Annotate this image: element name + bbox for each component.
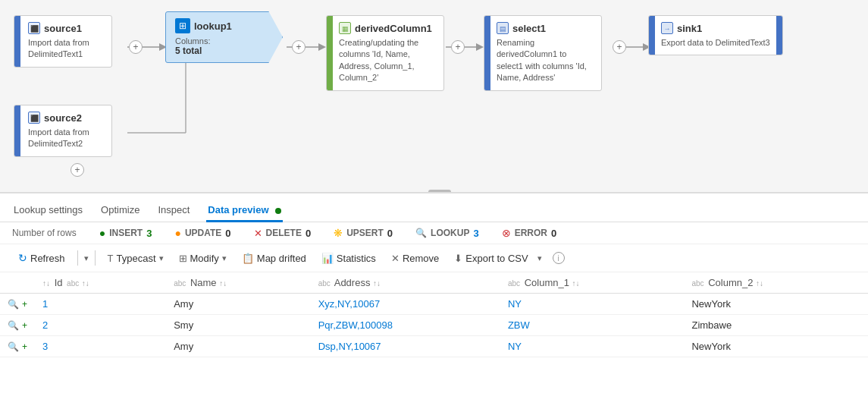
row2-id: 2 xyxy=(35,315,166,336)
toolbar: ↻ Refresh ▾ T Typecast ▾ ⊞ Modify ▾ 📋 Ma… xyxy=(0,244,868,272)
col-column2-header[interactable]: abc Column_2 ↑↓ xyxy=(684,272,868,294)
add-after-source1[interactable]: + xyxy=(129,40,143,54)
modify-chevron: ▾ xyxy=(222,253,227,263)
error-label: ERROR xyxy=(515,228,547,238)
tab-lookup-settings[interactable]: Lookup settings xyxy=(12,200,84,222)
row1-col1: NY xyxy=(500,294,685,315)
modify-label: Modify xyxy=(190,253,219,264)
remove-icon: ✕ xyxy=(391,253,400,264)
stat-insert: ● INSERT 3 xyxy=(99,227,152,239)
source2-icon: ⬛ xyxy=(28,112,40,124)
lookup1-node[interactable]: ⊞ lookup1 Columns: 5 total xyxy=(165,11,283,63)
typecast-button[interactable]: T Typecast ▾ xyxy=(102,250,170,267)
error-icon: ⊗ xyxy=(502,227,511,239)
row1-search-icon[interactable]: 🔍 xyxy=(8,299,19,310)
map-drifted-button[interactable]: 📋 Map drifted xyxy=(236,250,312,267)
col2-sort-icon[interactable]: ↑↓ xyxy=(756,279,763,288)
derived-icon: ▦ xyxy=(339,22,351,34)
source1-subtitle: Import data fromDelimitedText1 xyxy=(28,37,89,61)
select-content: ▤ select1 Renaming derivedColumn1 to sel… xyxy=(490,16,601,90)
update-value: 0 xyxy=(225,228,230,239)
tab-data-preview-label: Data preview xyxy=(208,204,268,215)
address-sort-icon[interactable]: ↑↓ xyxy=(373,279,381,288)
name-sort-icon[interactable]: ↑↓ xyxy=(219,279,227,288)
separator-2 xyxy=(95,250,96,266)
rows-label: Number of rows xyxy=(12,228,77,238)
id-sort-icon[interactable]: ↑↓ xyxy=(82,279,89,288)
stats-row: Number of rows ● INSERT 3 ● UPDATE 0 ✕ D… xyxy=(0,222,868,244)
source1-content: ⬛ source1 Import data fromDelimitedText1 xyxy=(20,16,97,67)
derived-title: derivedColumn1 xyxy=(355,23,432,34)
add-after-lookup1[interactable]: + xyxy=(292,40,306,54)
insert-label: INSERT xyxy=(109,228,143,238)
update-dot: ● xyxy=(174,227,180,239)
sink-subtitle: Export data to DelimitedText3 xyxy=(661,37,770,49)
col-address-header[interactable]: abc Address ↑↓ xyxy=(311,272,500,294)
sink1-node[interactable]: → sink1 Export data to DelimitedText3 xyxy=(648,15,783,55)
derivedColumn1-node[interactable]: ▦ derivedColumn1 Creating/updating the c… xyxy=(326,15,444,91)
row2-col1: ZBW xyxy=(500,315,685,336)
row1-address: Xyz,NY,10067 xyxy=(311,294,500,315)
col2-type-label: abc xyxy=(691,279,703,288)
table-row: 🔍 + 1 Amy Xyz,NY,10067 NY NewYork xyxy=(0,294,868,315)
source1-sidebar xyxy=(14,16,20,67)
upsert-dot: ❋ xyxy=(334,227,343,239)
lookup1-title: lookup1 xyxy=(194,20,232,32)
tabs-bar: Lookup settings Optimize Inspect Data pr… xyxy=(0,193,868,222)
table-header-row: ↑↓ Id abc ↑↓ abc Name ↑↓ abc Address ↑↓ … xyxy=(0,272,868,294)
col-name-header[interactable]: abc Name ↑↓ xyxy=(166,272,311,294)
row3-add-icon[interactable]: + xyxy=(22,341,27,352)
export-chevron-icon[interactable]: ▾ xyxy=(537,253,542,263)
refresh-chevron-icon[interactable]: ▾ xyxy=(84,253,89,263)
typecast-chevron: ▾ xyxy=(159,253,164,263)
col1-sort-icon[interactable]: ↑↓ xyxy=(572,279,580,288)
select1-node[interactable]: ▤ select1 Renaming derivedColumn1 to sel… xyxy=(484,15,602,91)
update-label: UPDATE xyxy=(185,228,221,238)
source1-title: source1 xyxy=(44,23,82,34)
lookup-label: LOOKUP xyxy=(431,228,469,238)
upsert-value: 0 xyxy=(387,228,393,239)
lookup-value: 3 xyxy=(473,228,478,239)
source1-icon: ⬛ xyxy=(28,22,40,34)
upsert-label: UPSERT xyxy=(346,228,384,238)
modify-button[interactable]: ⊞ Modify ▾ xyxy=(173,250,233,267)
collapse-handle[interactable] xyxy=(428,190,451,193)
add-below-source2[interactable]: + xyxy=(71,163,84,177)
delete-label: DELETE xyxy=(266,228,302,238)
statistics-button[interactable]: 📊 Statistics xyxy=(315,250,382,267)
col-id-header[interactable]: ↑↓ Id abc ↑↓ xyxy=(35,272,166,294)
stat-rows: Number of rows xyxy=(12,228,77,238)
add-after-select[interactable]: + xyxy=(613,40,626,54)
lookup1-columns-value: 5 total xyxy=(175,46,255,56)
col-column1-header[interactable]: abc Column_1 ↑↓ xyxy=(500,272,685,294)
data-preview-status-dot xyxy=(275,208,281,214)
id-col-label: Id xyxy=(55,277,63,288)
source2-node[interactable]: ⬛ source2 Import data fromDelimitedText2 xyxy=(14,105,112,157)
tab-data-preview[interactable]: Data preview xyxy=(206,200,283,222)
id-type-label: abc xyxy=(67,279,79,288)
source1-node[interactable]: ⬛ source1 Import data fromDelimitedText1 xyxy=(14,15,112,68)
col2-col-label: Column_2 xyxy=(708,277,753,288)
source2-title: source2 xyxy=(44,112,82,124)
row3-search-icon[interactable]: 🔍 xyxy=(8,341,19,352)
info-icon[interactable]: i xyxy=(553,252,565,264)
row2-add-icon[interactable]: + xyxy=(22,320,27,331)
col1-col-label: Column_1 xyxy=(525,277,569,288)
row2-actions: 🔍 + xyxy=(0,315,35,336)
export-csv-button[interactable]: ⬇ Export to CSV xyxy=(448,250,534,267)
derived-content: ▦ derivedColumn1 Creating/updating the c… xyxy=(333,16,443,90)
typecast-icon: T xyxy=(108,253,114,264)
tab-inspect[interactable]: Inspect xyxy=(156,200,191,222)
remove-button[interactable]: ✕ Remove xyxy=(385,250,445,267)
row3-id: 3 xyxy=(35,336,166,357)
row3-actions: 🔍 + xyxy=(0,336,35,357)
refresh-button[interactable]: ↻ Refresh xyxy=(12,249,71,267)
row1-name: Amy xyxy=(166,294,311,315)
lookup-search-icon: 🔍 xyxy=(415,228,427,238)
row2-search-icon[interactable]: 🔍 xyxy=(8,320,19,331)
tab-optimize[interactable]: Optimize xyxy=(99,200,141,222)
row1-add-icon[interactable]: + xyxy=(22,299,27,310)
name-col-label: Name xyxy=(190,277,217,288)
add-after-derived[interactable]: + xyxy=(451,40,465,54)
row3-address: Dsp,NY,10067 xyxy=(311,336,500,357)
